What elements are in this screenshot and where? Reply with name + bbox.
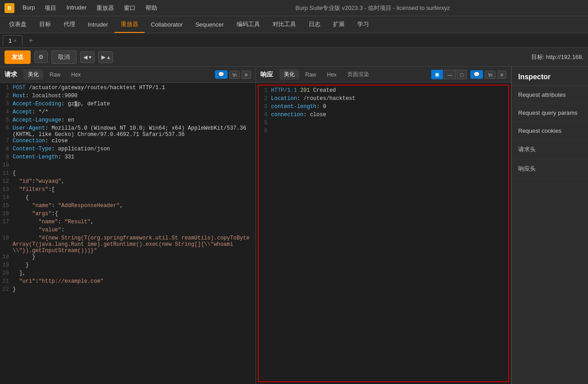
resp-line-4: 4 connection: close xyxy=(259,112,509,120)
menu-repeater[interactable]: 重放器 xyxy=(92,2,119,14)
request-chat-icon[interactable]: 💬 xyxy=(215,70,228,79)
tabbar: 1 × + xyxy=(0,33,588,48)
split-horizontal-button[interactable]: ▣ xyxy=(431,70,443,79)
request-tab-hex[interactable]: Hex xyxy=(67,70,85,79)
cancel-button[interactable]: 取消 xyxy=(51,50,77,64)
tab-1-close[interactable]: × xyxy=(14,38,16,43)
navbar: 仪表盘 目标 代理 Intruder 重放器 Collaborator Sequ… xyxy=(0,16,588,33)
response-tab-beautify[interactable]: 美化 xyxy=(279,69,299,80)
response-panel-header: 响应 美化 Raw Hex 页面渲染 ▣ — □ 💬 \n ≡ xyxy=(256,67,511,83)
code-line-10: 10 xyxy=(0,162,255,170)
tab-add-button[interactable]: + xyxy=(25,36,36,45)
code-line-13: 13 "filters":[ xyxy=(0,186,255,194)
nav-target[interactable]: 目标 xyxy=(33,17,57,33)
nav-intruder[interactable]: Intruder xyxy=(82,18,114,32)
request-menu-icon[interactable]: ≡ xyxy=(242,71,251,79)
inspector-title: Inspector xyxy=(512,67,588,86)
request-title: 请求 xyxy=(5,71,17,79)
code-line-11: 11 { xyxy=(0,170,255,178)
resp-line-6: 6 xyxy=(259,128,509,136)
response-panel: 响应 美化 Raw Hex 页面渲染 ▣ — □ 💬 \n ≡ xyxy=(256,67,512,384)
resp-line-1: 1 HTTP/1.1 201 Created xyxy=(259,87,509,95)
request-newline-icon[interactable]: \n xyxy=(229,71,240,79)
code-line-21: 21 "uri":"http://example.com" xyxy=(0,278,255,286)
menu-help[interactable]: 帮助 xyxy=(141,2,162,14)
panels: 请求 美化 Raw Hex 💬 \n ≡ 1 POST /actuator/ga… xyxy=(0,67,511,384)
menu-intruder[interactable]: Intruder xyxy=(62,2,91,14)
code-line-8: 8 Content-Type: application/json xyxy=(0,146,255,154)
nav-prev-button[interactable]: ◀ ▾ xyxy=(80,51,95,63)
nav-log[interactable]: 日志 xyxy=(302,17,327,33)
view-toggle: ▣ — □ xyxy=(431,70,467,79)
code-line-19a: 18 } xyxy=(0,254,255,262)
code-line-9: 9 Content-Length: 331 xyxy=(0,154,255,162)
request-panel: 请求 美化 Raw Hex 💬 \n ≡ 1 POST /actuator/ga… xyxy=(0,67,256,384)
settings-button[interactable]: ⚙ xyxy=(34,51,48,63)
nav-learn[interactable]: 学习 xyxy=(351,17,375,33)
code-line-17: 17 "name": "Result", xyxy=(0,219,255,227)
response-chat-icon[interactable]: 💬 xyxy=(470,70,483,79)
tab-1-label: 1 xyxy=(9,37,12,44)
menu-window[interactable]: 窗口 xyxy=(119,2,140,14)
target-label: 目标: http://192.168. xyxy=(531,53,583,61)
inspector-query-params[interactable]: Request query params xyxy=(512,104,588,122)
request-panel-header: 请求 美化 Raw Hex 💬 \n ≡ xyxy=(0,67,255,83)
code-line-15: 15 "name": "AddResponseHeader", xyxy=(0,203,255,211)
nav-sequencer[interactable]: Sequencer xyxy=(189,18,230,32)
resp-line-2: 2 Location: /routes/hacktest xyxy=(259,95,509,104)
main-content: 请求 美化 Raw Hex 💬 \n ≡ 1 POST /actuator/ga… xyxy=(0,67,588,384)
response-code-area[interactable]: 1 HTTP/1.1 201 Created 2 Location: /rout… xyxy=(258,85,510,382)
code-line-14: 14 { xyxy=(0,194,255,203)
nav-encoder[interactable]: 编码工具 xyxy=(230,17,266,33)
split-vertical-button[interactable]: — xyxy=(444,70,456,79)
code-line-5: 5 Accept-Language: en xyxy=(0,117,255,125)
nav-dashboard[interactable]: 仪表盘 xyxy=(3,17,33,33)
nav-proxy[interactable]: 代理 xyxy=(57,17,82,33)
inspector-request-attributes[interactable]: Request attributes xyxy=(512,86,588,104)
response-panel-icons: ▣ — □ 💬 \n ≡ xyxy=(431,70,506,79)
nav-compare[interactable]: 对比工具 xyxy=(266,17,302,33)
response-tab-render[interactable]: 页面渲染 xyxy=(343,69,374,80)
nav-extensions[interactable]: 扩展 xyxy=(327,17,351,33)
menu-project[interactable]: 项目 xyxy=(40,2,61,14)
nav-next-button[interactable]: ▶ ▴ xyxy=(98,51,113,63)
code-line-18: 18 "#{new String(T(org.springframework.u… xyxy=(0,235,255,254)
inspector-request-headers[interactable]: 请求头 xyxy=(512,140,588,159)
resp-line-3: 3 content-length: 0 xyxy=(259,104,509,112)
request-tab-raw[interactable]: Raw xyxy=(45,70,65,79)
request-panel-icons: 💬 \n ≡ xyxy=(215,70,251,79)
code-line-2: 2 Host: localhost:9000 xyxy=(0,93,255,101)
code-line-4: 4 Accept: */* xyxy=(0,109,255,117)
code-line-3: 3 Accept-Encoding: gzip, deflate xyxy=(0,101,255,109)
code-line-16: 16 "args":{ xyxy=(0,211,255,219)
tab-1[interactable]: 1 × xyxy=(3,35,23,46)
resp-line-5: 5 xyxy=(259,120,509,128)
code-line-17b: "value": xyxy=(0,227,255,235)
code-line-22: 22 } xyxy=(0,286,255,294)
inspector-response-headers[interactable]: 响应头 xyxy=(512,159,588,179)
response-tab-hex[interactable]: Hex xyxy=(323,70,341,79)
send-button[interactable]: 发送 xyxy=(5,50,31,64)
request-tab-beautify[interactable]: 美化 xyxy=(23,69,43,80)
menu-burp[interactable]: Burp xyxy=(18,2,39,14)
code-line-20: 20 ], xyxy=(0,270,255,278)
response-newline-icon[interactable]: \n xyxy=(485,71,495,79)
request-code-area[interactable]: 1 POST /actuator/gateway/routes/hacktest… xyxy=(0,83,255,384)
response-tab-raw[interactable]: Raw xyxy=(301,70,321,79)
titlebar: B Burp 项目 Intruder 重放器 窗口 帮助 Burp Suite专… xyxy=(0,0,588,16)
full-view-button[interactable]: □ xyxy=(457,70,467,79)
code-line-19b: 19 } xyxy=(0,262,255,270)
code-line-12: 12 "id":"wuyaaq", xyxy=(0,178,255,186)
titlebar-menu: Burp 项目 Intruder 重放器 窗口 帮助 xyxy=(18,2,162,14)
nav-repeater[interactable]: 重放器 xyxy=(114,17,145,33)
inspector-panel: Inspector Request attributes Request que… xyxy=(511,67,588,384)
burp-logo: B xyxy=(5,3,14,13)
toolbar: 发送 ⚙ 取消 ◀ ▾ ▶ ▴ 目标: http://192.168. xyxy=(0,48,588,67)
app-title: Burp Suite专业版 v2023.3 - 临时项目 - licensed … xyxy=(162,4,583,12)
code-line-1: 1 POST /actuator/gateway/routes/hacktest… xyxy=(0,85,255,93)
code-line-6: 6 User-Agent: Mozilla/5.0 (Windows NT 10… xyxy=(0,125,255,138)
inspector-cookies[interactable]: Request cookies xyxy=(512,122,588,140)
nav-collaborator[interactable]: Collaborator xyxy=(145,18,189,32)
response-menu-icon[interactable]: ≡ xyxy=(497,71,506,79)
response-title: 响应 xyxy=(260,71,273,79)
